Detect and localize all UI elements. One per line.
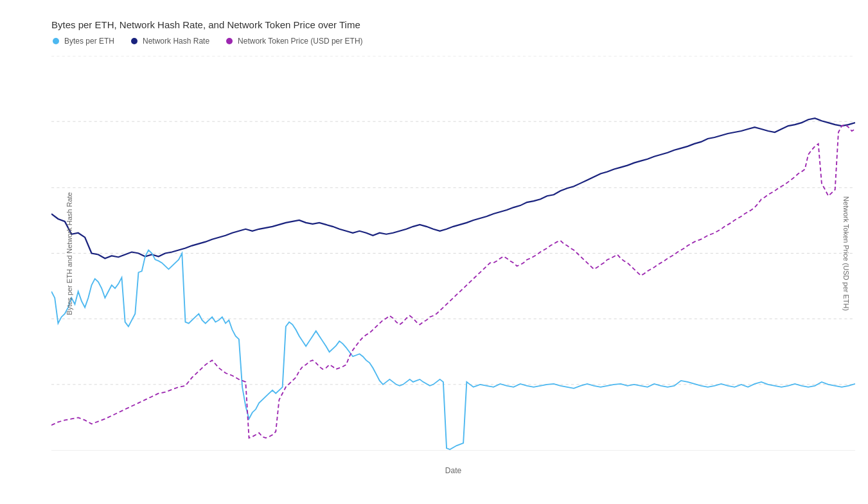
legend: Bytes per ETH Network Hash Rate Network … — [51, 37, 855, 46]
chart-area: Bytes per ETH and Network Hash Rate Netw… — [51, 56, 855, 451]
svg-point-0 — [53, 38, 59, 44]
bytes-icon — [51, 37, 60, 46]
legend-label-bytes: Bytes per ETH — [64, 37, 114, 46]
chart-container: Bytes per ETH, Network Hash Rate, and Ne… — [0, 0, 868, 504]
price-icon — [225, 37, 234, 46]
bytes-per-eth-line — [51, 250, 855, 449]
svg-point-1 — [131, 38, 137, 44]
y-axis-left-label: Bytes per ETH and Network Hash Rate — [66, 192, 73, 315]
hashrate-line — [51, 118, 855, 258]
chart-title: Bytes per ETH, Network Hash Rate, and Ne… — [51, 19, 855, 30]
legend-item-hashrate: Network Hash Rate — [130, 37, 209, 46]
legend-label-hashrate: Network Hash Rate — [143, 37, 209, 46]
legend-label-price: Network Token Price (USD per ETH) — [238, 37, 363, 46]
svg-point-2 — [226, 38, 233, 44]
legend-item-bytes: Bytes per ETH — [51, 37, 114, 46]
legend-item-price: Network Token Price (USD per ETH) — [225, 37, 363, 46]
x-axis-label: Date — [445, 466, 461, 475]
token-price-line — [51, 125, 855, 438]
y-axis-right-label: Network Token Price (USD per ETH) — [842, 196, 850, 310]
main-chart-svg: 0K 50K 100K 150K 200K 250K 300K 100 200 … — [51, 56, 855, 451]
hashrate-icon — [130, 37, 139, 46]
